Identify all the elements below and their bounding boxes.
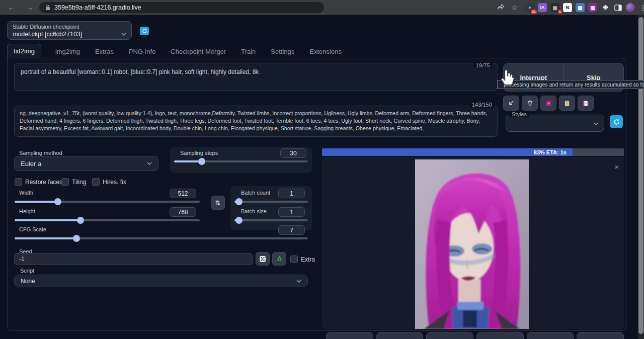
batch-count-slider[interactable] (234, 201, 308, 203)
sampling-method-label: Sampling method (19, 150, 62, 156)
batch-size-slider-thumb[interactable] (235, 217, 243, 224)
styles-dropdown[interactable] (506, 115, 604, 132)
paste-params-button[interactable] (503, 96, 519, 111)
onenote-extension-icon[interactable]: ▥ (588, 3, 597, 12)
checkpoint-label: Stable Diffusion checkpoint (13, 24, 126, 30)
cfg-scale-label: CFG Scale (19, 226, 46, 232)
bottom-action-button[interactable] (426, 332, 473, 339)
sampling-method-value: Euler a (21, 160, 41, 167)
floppy-save-icon (583, 100, 589, 107)
batch-count-label: Batch count (241, 190, 270, 196)
sampling-method-dropdown[interactable]: Euler a (14, 156, 158, 171)
bottom-action-button[interactable] (476, 332, 524, 339)
random-seed-button[interactable] (256, 252, 270, 266)
tab-txt2img[interactable]: txt2img (7, 44, 41, 58)
tab-img2img[interactable]: img2img (54, 45, 81, 58)
bottom-action-button[interactable] (577, 332, 624, 339)
checkpoint-refresh-button[interactable] (140, 27, 149, 35)
chevron-down-icon (147, 162, 152, 165)
negative-prompt-textarea[interactable]: ng_deepnegative_v1_75t, (worst quality, … (14, 106, 498, 137)
script-label: Script (20, 268, 34, 274)
restore-faces-checkbox[interactable] (15, 178, 22, 186)
extra-seed-checkbox[interactable] (290, 256, 298, 263)
sampling-steps-label: Sampling steps (180, 150, 218, 156)
url-text: 359e5b9a-a5ff-4216.gradio.live (54, 4, 141, 11)
hires-fix-checkbox[interactable] (92, 178, 100, 186)
pin-extension-icon[interactable]: ● 21 (525, 3, 534, 12)
address-bar[interactable]: 359e5b9a-a5ff-4216.gradio.live (39, 2, 324, 13)
bottom-action-button[interactable] (326, 332, 373, 339)
width-value[interactable]: 512 (170, 189, 196, 198)
sampling-steps-value[interactable]: 30 (280, 148, 306, 158)
bookmark-star-icon[interactable]: ☆ (509, 2, 520, 13)
seed-input[interactable]: -1 (14, 253, 253, 265)
cfg-scale-value[interactable]: 7 (278, 225, 305, 235)
browser-menu-icon[interactable]: ⋮ (638, 3, 644, 12)
script-value: None (21, 278, 35, 285)
clear-prompt-button[interactable] (522, 96, 538, 111)
recycle-icon (276, 255, 283, 263)
tab-train[interactable]: Train (240, 45, 257, 58)
apply-style-button[interactable] (559, 96, 575, 111)
photos-extension-icon[interactable]: ▦ (576, 3, 585, 12)
swap-dimensions-button[interactable]: ⇅ (211, 196, 225, 210)
tab-png-info[interactable]: PNG Info (128, 45, 156, 58)
height-label: Height (19, 208, 35, 214)
share-icon[interactable] (495, 2, 506, 13)
interrupt-tooltip: processing images and return any results… (497, 80, 644, 89)
height-value[interactable]: 768 (170, 207, 196, 217)
tab-settings[interactable]: Settings (270, 45, 295, 58)
restore-faces-label: Restore faces (25, 179, 62, 186)
page-scrollbar-thumb[interactable] (638, 17, 643, 334)
batch-size-value[interactable]: 1 (278, 207, 305, 217)
tab-checkpoint-merger[interactable]: Checkpoint Merger (170, 45, 227, 58)
batch-size-slider[interactable] (234, 219, 308, 221)
styles-refresh-button[interactable] (610, 115, 623, 128)
tab-extensions[interactable]: Extensions (308, 45, 343, 58)
chevron-down-icon (121, 33, 126, 36)
script-dropdown[interactable]: None (14, 275, 308, 287)
cfg-scale-slider-thumb[interactable] (73, 235, 80, 242)
tiling-checkbox[interactable] (61, 178, 69, 186)
cfg-scale-slider[interactable] (15, 237, 308, 239)
restore-faces-option[interactable]: Restore faces (15, 178, 62, 186)
save-style-button[interactable] (578, 96, 594, 111)
prompt-tools (503, 96, 594, 111)
clipboard-icon (564, 100, 570, 107)
batch-count-slider-thumb[interactable] (235, 198, 243, 205)
prompt-token-counter: 19/75 (473, 62, 493, 68)
puzzle-extensions-icon[interactable] (601, 3, 610, 12)
close-image-icon[interactable]: × (614, 163, 619, 171)
camera-extension-icon[interactable]: ▣ 1 (550, 3, 559, 12)
width-slider[interactable] (15, 201, 200, 203)
checkpoint-dropdown[interactable]: Stable Diffusion checkpoint model.ckpt [… (7, 21, 132, 40)
sampling-steps-slider-thumb[interactable] (198, 158, 205, 165)
prompt-textarea[interactable]: portrait of a beautiful [woman::0.1] rob… (14, 63, 498, 91)
tiling-option[interactable]: Tiling (61, 178, 86, 186)
height-slider[interactable] (15, 219, 200, 221)
ia-extension-icon[interactable]: IA (538, 3, 547, 12)
extra-seed-label: Extra (301, 256, 315, 263)
reuse-seed-button[interactable] (272, 252, 286, 266)
browser-back-icon[interactable]: ← (6, 2, 17, 13)
arrow-downleft-icon (508, 100, 514, 106)
extra-networks-button[interactable] (540, 96, 556, 111)
hires-fix-option[interactable]: Hires. fix (92, 178, 126, 186)
notion-extension-icon[interactable]: N (563, 3, 572, 12)
generated-image[interactable] (415, 159, 529, 329)
bottom-action-button[interactable] (527, 332, 574, 339)
height-slider-thumb[interactable] (77, 217, 84, 224)
batch-count-value[interactable]: 1 (278, 189, 305, 198)
trash-icon (527, 100, 533, 107)
browser-forward-icon[interactable]: → (24, 2, 35, 13)
bottom-action-button[interactable] (376, 332, 424, 339)
profile-avatar[interactable] (626, 3, 635, 12)
width-slider-thumb[interactable] (54, 198, 61, 205)
extra-seed-option[interactable]: Extra (290, 256, 315, 263)
tab-extras[interactable]: Extras (94, 45, 115, 58)
checkpoint-value: model.ckpt [cc6cb27103] (13, 31, 82, 38)
page-scrollbar-track[interactable] (638, 15, 644, 339)
progress-bar: 83% ETA: 1s (322, 148, 624, 156)
sampling-steps-slider[interactable] (174, 160, 308, 162)
sidebar-icon[interactable] (613, 3, 622, 12)
